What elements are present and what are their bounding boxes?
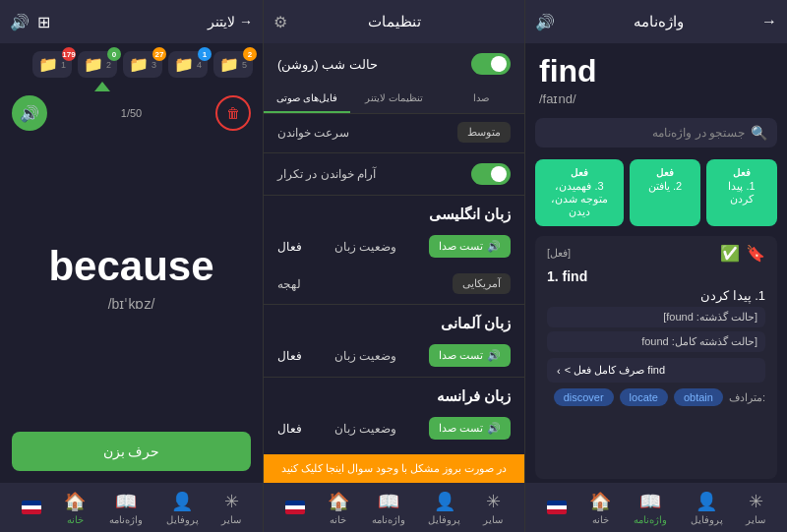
sound-icon[interactable]: 🔊	[10, 13, 30, 31]
slow-reading-toggle[interactable]	[471, 163, 511, 185]
card-bottom: حرف بزن	[0, 420, 263, 483]
tab-num-1: 1	[61, 60, 66, 70]
p2-profile-icon: 👤	[434, 491, 455, 512]
synonym-locate[interactable]: locate	[620, 388, 668, 406]
synonym-discover[interactable]: discover	[554, 388, 614, 406]
flag-icon-3	[547, 501, 567, 514]
p3-nav-other[interactable]: ✳ سایر	[746, 491, 765, 525]
p3-home-icon: 🏠	[589, 491, 611, 512]
german-test-sound-btn[interactable]: 🔊 تست صدا	[429, 344, 511, 367]
check-icon[interactable]: ✅	[720, 244, 740, 263]
trash-button[interactable]: 🗑	[215, 95, 251, 131]
synonyms-label: :مترادف	[729, 391, 765, 404]
folder-icon-2: 📁	[84, 55, 103, 74]
dict-word-section: find /faɪnd/	[525, 43, 787, 112]
word-card-3[interactable]: فعل 3. فهمیدن، متوجه شدن، دیدن	[535, 159, 624, 226]
nav-profile[interactable]: 👤 پروفایل	[166, 491, 199, 525]
p2-nav-dictionary[interactable]: 📖 واژه‌نامه	[372, 491, 405, 525]
p2-nav-home[interactable]: 🏠 خانه	[328, 491, 349, 525]
panel2-title: تنظیمات	[368, 13, 421, 30]
separator-1	[264, 152, 524, 153]
settings-tab-sound[interactable]: صدا	[438, 85, 524, 113]
def-past-perfect: [حالت گذشته کامل: found	[547, 331, 765, 352]
p2-nav-home-label: خانه	[330, 514, 346, 525]
p2-dictionary-icon: 📖	[378, 491, 399, 512]
word-card-1[interactable]: فعل 1. پیدا کردن	[706, 159, 777, 226]
search-icon: 🔍	[751, 125, 767, 141]
def-tag: [فعل]	[547, 247, 571, 260]
bookmark-icon[interactable]: 🔖	[746, 244, 765, 263]
p3-nav-home[interactable]: 🏠 خانه	[589, 491, 611, 525]
p3-sound-icon[interactable]: 🔊	[535, 13, 555, 31]
german-section-title: زبان آلمانی	[264, 307, 524, 336]
p3-back-arrow[interactable]: →	[761, 13, 777, 30]
nav-dictionary[interactable]: 📖 واژه‌نامه	[109, 491, 143, 525]
night-mode-row: حالت شب (روشن)	[264, 43, 524, 85]
tab-num-4: 4	[197, 60, 202, 70]
progress-text: 1/50	[55, 107, 208, 119]
night-mode-toggle[interactable]	[471, 53, 511, 75]
accent-value[interactable]: آمریکایی	[453, 273, 511, 294]
flashcard-phonetic: /bɪˈkɒz/	[108, 296, 155, 312]
panel1-bottom-nav: 🏠 خانه 📖 واژه‌نامه 👤 پروفایل ✳ سایر	[0, 483, 263, 532]
p3-nav-other-label: سایر	[746, 514, 765, 525]
english-status-label: وضعیت زبان	[334, 240, 396, 254]
french-status-row: 🔊 تست صدا وضعیت زبان فعال	[264, 409, 524, 447]
badge-5: 2	[243, 47, 257, 61]
english-status-row: 🔊 تست صدا وضعیت زبان فعال	[264, 227, 524, 266]
p3-dictionary-icon: 📖	[639, 491, 661, 512]
conjugation-button[interactable]: ‹ < صرف کامل فعل find	[547, 358, 765, 383]
english-test-sound-btn[interactable]: 🔊 تست صدا	[429, 235, 511, 258]
card-tab-1[interactable]: 📁 1 179	[32, 51, 72, 78]
separator-3	[264, 304, 524, 305]
settings-tabs: صدا تنظیمات لایتنر فایل‌های صوتی	[264, 85, 524, 114]
panel1-nav-title: لایتنر →	[208, 14, 253, 30]
test-sound-label-en: تست صدا	[439, 240, 483, 253]
grid-icon[interactable]: ⊞	[37, 13, 50, 31]
p2-nav-dict-label: واژه‌نامه	[372, 514, 405, 525]
flashcard-panel: 🔊 ⊞ لایتنر → 📁 1 179 📁 2 0 📁 3 27 📁 4 1	[0, 0, 263, 532]
card-tab-5[interactable]: 📁 5 2	[213, 51, 253, 78]
sound-play-button[interactable]: 🔊	[12, 95, 47, 131]
def-actions: 🔖 ✅	[720, 244, 765, 263]
card-tab-2[interactable]: 📁 2 0	[78, 51, 117, 78]
badge-1: 179	[62, 47, 76, 61]
dict-main-word: find	[539, 53, 773, 89]
test-sound-icon-de: 🔊	[487, 349, 501, 362]
card-tab-4[interactable]: 📁 4 1	[168, 51, 208, 78]
definition-box: 🔖 ✅ [فعل] 1. find 1. پیدا کردن [حالت گذش…	[535, 236, 777, 479]
settings-tab-audio-files[interactable]: فایل‌های صوتی	[264, 85, 350, 113]
folder-icon-4: 📁	[174, 55, 194, 74]
search-bar[interactable]: 🔍 جستجو در واژه‌نامه	[535, 118, 777, 148]
notification-bar[interactable]: در صورت بروز مشکل با وجود سوال اینجا کلی…	[264, 454, 524, 483]
reading-speed-value[interactable]: متوسط	[457, 122, 511, 143]
settings-tab-leitner[interactable]: تنظیمات لایتنر	[350, 85, 437, 113]
test-sound-icon-en: 🔊	[487, 240, 501, 253]
accent-label: لهجه	[277, 277, 301, 291]
nav-other-label: سایر	[221, 514, 241, 525]
badge-4: 1	[198, 47, 212, 61]
profile-icon: 👤	[171, 491, 193, 512]
synonyms-row: :مترادف obtain locate discover	[547, 388, 765, 406]
p2-nav-other[interactable]: ✳ سایر	[483, 491, 503, 525]
nav-other[interactable]: ✳ سایر	[221, 491, 241, 525]
french-test-sound-btn[interactable]: 🔊 تست صدا	[429, 417, 511, 440]
card-tab-3[interactable]: 📁 3 27	[123, 51, 162, 78]
synonym-obtain[interactable]: obtain	[674, 388, 723, 406]
word-card-2[interactable]: فعل 2. یافتن	[630, 159, 700, 226]
p3-nav-profile[interactable]: 👤 پروفایل	[691, 491, 723, 525]
dictionary-panel: 🔊 واژه‌نامه → find /faɪnd/ 🔍 جستجو در وا…	[525, 0, 787, 532]
flag-icon-2	[285, 501, 305, 514]
def-past: [حالت گذشته: found]	[547, 307, 765, 327]
def-translation: 1. پیدا کردن	[547, 288, 765, 303]
reading-speed-label: سرعت خواندن	[277, 126, 349, 140]
p2-nav-profile[interactable]: 👤 پروفایل	[428, 491, 460, 525]
conjugation-label: < صرف کامل فعل find	[565, 364, 665, 377]
p3-nav-dictionary[interactable]: 📖 واژه‌نامه	[634, 491, 667, 525]
panel1-header: 🔊 ⊞ لایتنر →	[0, 0, 263, 43]
dict-phonetic: /faɪnd/	[539, 91, 773, 106]
nav-home[interactable]: 🏠 خانه	[64, 491, 86, 525]
word-cards-row: فعل 1. پیدا کردن فعل 2. یافتن فعل 3. فهم…	[525, 153, 787, 232]
reveal-button[interactable]: حرف بزن	[12, 432, 251, 471]
test-sound-label-fr: تست صدا	[439, 422, 483, 435]
